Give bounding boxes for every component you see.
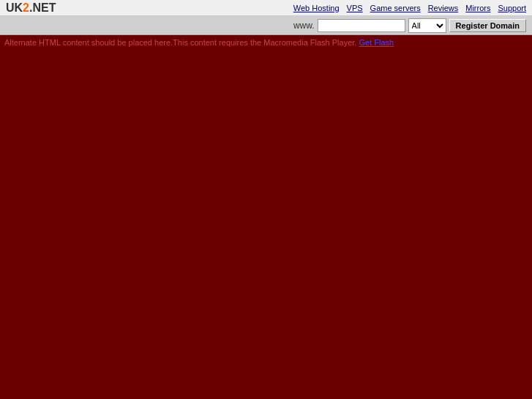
header: UK2.NET Web Hosting VPS Game servers Rev… [0,0,532,16]
flash-notice: Alternate HTML content should be placed … [0,35,532,50]
logo-net-text: .NET [29,1,56,15]
get-flash-link[interactable]: Get Flash [359,38,394,47]
logo-2-text: 2 [23,1,29,15]
domain-input[interactable] [318,19,405,32]
web-hosting-link[interactable]: Web Hosting [293,4,340,12]
reviews-link[interactable]: Reviews [428,4,459,12]
support-link[interactable]: Support [498,4,526,12]
vps-link[interactable]: VPS [347,4,363,12]
logo-uk-text: UK [6,1,23,15]
register-domain-button[interactable]: Register Domain [449,19,526,32]
main-nav: Web Hosting VPS Game servers Reviews Mir… [293,4,526,12]
main-content [0,50,532,399]
domain-search-bar: www. All .co.uk .com .net .org .info Reg… [0,16,532,35]
game-servers-link[interactable]: Game servers [370,4,421,12]
www-label: www. [293,20,315,31]
mirrors-link[interactable]: Mirrors [465,4,490,12]
tld-select[interactable]: All .co.uk .com .net .org .info [408,18,446,33]
logo[interactable]: UK2.NET [6,1,56,15]
flash-notice-text: Alternate HTML content should be placed … [4,38,356,47]
